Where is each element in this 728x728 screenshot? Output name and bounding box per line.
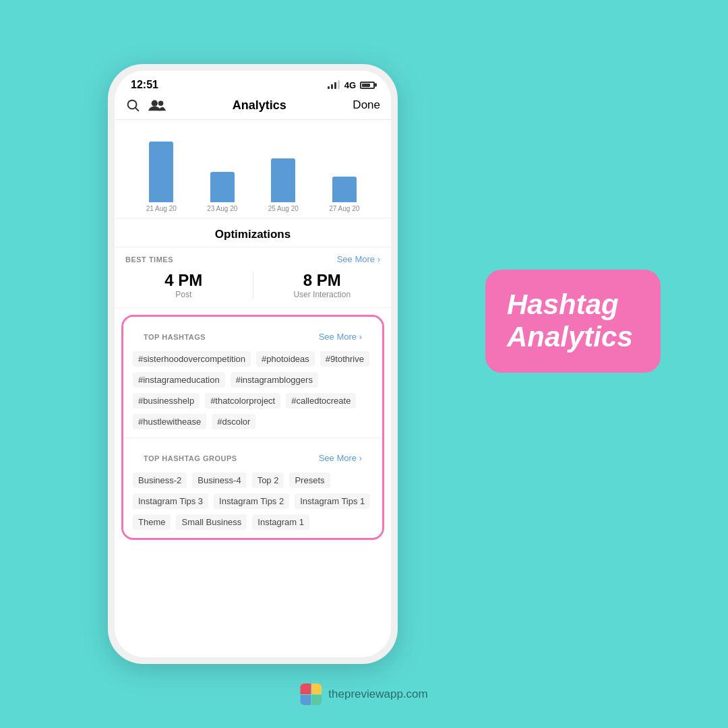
hashtag-tags-list: #sisterhoodovercompetition #photoideas #…	[133, 351, 373, 429]
best-times-values: 4 PM Post 8 PM User Interaction	[115, 268, 391, 307]
nav-left-icons	[125, 98, 166, 113]
chart-area: 21 Aug 20 23 Aug 20 25 Aug 20 27 Aug 20	[115, 120, 391, 218]
top-hashtag-groups-section: TOP HASHTAG GROUPS See More › Business-2…	[123, 438, 382, 538]
status-time: 12:51	[131, 79, 158, 91]
bar-1	[149, 142, 173, 202]
list-item: #9tothrive	[320, 351, 369, 367]
interaction-time-block: 8 PM User Interaction	[253, 271, 392, 299]
bar-4	[332, 177, 357, 202]
list-item: #thatcolorproject	[205, 393, 280, 408]
chart-label-4: 27 Aug 20	[329, 205, 359, 212]
footer: thepreviewapp.com	[300, 684, 427, 705]
list-item: Small Business	[176, 514, 247, 530]
search-icon[interactable]	[125, 98, 140, 113]
list-item: Instagram 1	[252, 514, 309, 530]
list-item: Top 2	[252, 473, 284, 488]
hashtag-card-title: Hashtag Analytics	[507, 289, 639, 354]
bar-group-4	[332, 177, 357, 202]
list-item: #instagrameducation	[133, 372, 225, 388]
bar-group-2	[210, 172, 235, 202]
battery-icon	[360, 82, 375, 89]
people-icon[interactable]	[148, 98, 166, 113]
list-item: #photoideas	[256, 351, 315, 367]
nav-done[interactable]: Done	[353, 98, 380, 112]
list-item: Presets	[289, 473, 330, 488]
top-hashtags-see-more[interactable]: See More ›	[319, 332, 362, 342]
group-tags-list: Business-2 Business-4 Top 2 Presets Inst…	[133, 473, 373, 530]
post-time-desc: Post	[115, 290, 253, 299]
chart-bars	[125, 128, 380, 202]
best-times-label: BEST TIMES	[125, 255, 173, 264]
interaction-time-value: 8 PM	[253, 271, 392, 290]
list-item: Instagram Tips 1	[295, 493, 370, 509]
best-times-section: BEST TIMES See More › 4 PM Post 8 PM Use…	[115, 247, 391, 308]
top-groups-header: TOP HASHTAG GROUPS See More ›	[133, 446, 373, 467]
list-item: Theme	[133, 514, 171, 530]
interaction-time-desc: User Interaction	[253, 290, 392, 299]
bar-3	[271, 158, 295, 202]
chart-labels: 21 Aug 20 23 Aug 20 25 Aug 20 27 Aug 20	[125, 202, 380, 218]
bar-2	[210, 172, 235, 202]
chart-label-2: 23 Aug 20	[207, 205, 237, 212]
phone-mockup: 12:51 4G	[108, 64, 398, 664]
best-times-see-more[interactable]: See More ›	[337, 254, 380, 264]
top-hashtags-label: TOP HASHTAGS	[144, 333, 206, 341]
top-groups-see-more[interactable]: See More ›	[319, 453, 362, 463]
hashtag-analytics-card: Hashtag Analytics	[485, 270, 661, 373]
network-label: 4G	[344, 80, 356, 90]
bar-group-3	[271, 158, 295, 202]
svg-line-1	[135, 108, 138, 111]
list-item: #instagrambloggers	[231, 372, 318, 388]
footer-logo	[300, 684, 322, 705]
list-item: #sisterhoodovercompetition	[133, 351, 251, 367]
pink-highlight-section: TOP HASHTAGS See More › #sisterhoodoverc…	[121, 315, 384, 540]
nav-title: Analytics	[233, 98, 286, 113]
top-groups-label: TOP HASHTAG GROUPS	[144, 454, 237, 462]
nav-bar: Analytics Done	[115, 95, 391, 120]
phone-screen: 12:51 4G	[115, 71, 391, 657]
list-item: Business-2	[133, 473, 187, 488]
bar-group-1	[149, 142, 173, 202]
best-times-header: BEST TIMES See More ›	[115, 247, 391, 268]
list-item: Business-4	[192, 473, 246, 488]
list-item: Instagram Tips 3	[133, 493, 208, 509]
scene: 12:51 4G	[0, 0, 728, 728]
chart-label-1: 21 Aug 20	[146, 205, 177, 212]
chart-label-3: 25 Aug 20	[268, 205, 299, 212]
svg-point-3	[158, 101, 163, 106]
list-item: Instagram Tips 2	[214, 493, 289, 509]
optimizations-title: Optimizations	[115, 218, 391, 247]
status-bar: 12:51 4G	[115, 71, 391, 95]
list-item: #hustlewithease	[133, 414, 206, 429]
list-item: #calledtocreate	[286, 393, 356, 408]
list-item: #dscolor	[212, 414, 255, 429]
footer-url: thepreviewapp.com	[328, 688, 427, 701]
signal-icon	[328, 81, 340, 89]
svg-point-2	[152, 100, 158, 107]
scroll-content[interactable]: TOP HASHTAGS See More › #sisterhoodoverc…	[115, 308, 391, 657]
list-item: #businesshelp	[133, 393, 200, 408]
post-time-block: 4 PM Post	[115, 271, 253, 299]
post-time-value: 4 PM	[115, 271, 253, 290]
top-hashtags-section: TOP HASHTAGS See More › #sisterhoodoverc…	[123, 317, 382, 438]
top-hashtags-header: TOP HASHTAGS See More ›	[133, 325, 373, 346]
status-icons: 4G	[328, 80, 375, 90]
